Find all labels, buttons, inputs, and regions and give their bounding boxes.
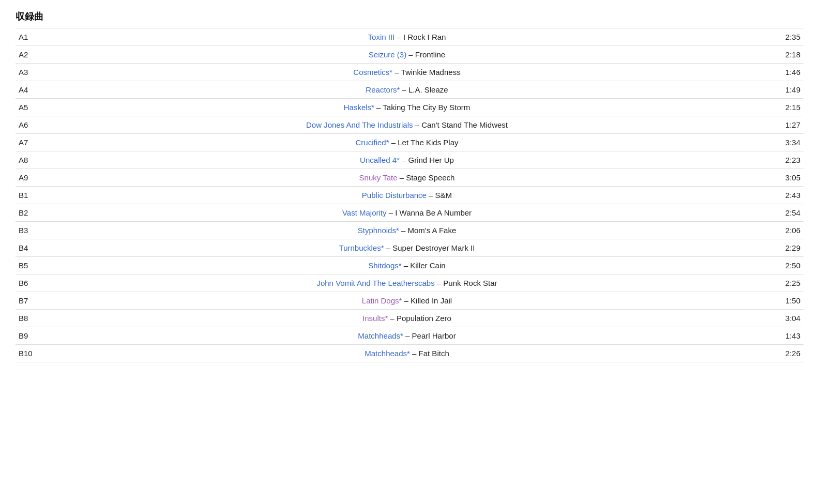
track-duration: 1:49 [772,81,803,99]
track-number: A2 [16,46,41,64]
track-number: A7 [16,134,41,151]
track-separator: – [398,173,406,182]
artist-name[interactable]: Matchheads* [358,331,403,340]
track-duration: 3:05 [772,169,803,187]
track-title: Grind Her Up [408,156,454,164]
artist-name[interactable]: Insults* [362,314,388,323]
track-number: A4 [16,81,41,99]
track-duration: 2:43 [772,187,803,204]
track-info: Cosmetics* – Twinkie Madness [41,64,772,81]
table-row: A4Reactors* – L.A. Sleaze1:49 [16,81,803,99]
track-duration: 1:46 [772,64,803,81]
track-title: Mom's A Fake [408,226,457,235]
track-separator: – [402,261,411,270]
track-separator: – [403,331,412,340]
table-row: B2Vast Majority – I Wanna Be A Number2:5… [16,204,803,222]
track-title: L.A. Sleaze [408,85,448,94]
track-title: Twinkie Madness [401,68,461,77]
track-info: Turnbuckles* – Super Destroyer Mark II [41,239,772,257]
artist-name[interactable]: Snuky Tate [359,173,398,182]
track-separator: – [413,120,421,129]
artist-name[interactable]: Uncalled 4* [360,156,400,164]
table-row: A5Haskels* – Taking The City By Storm2:1… [16,99,803,116]
table-row: B5Shitdogs* – Killer Cain2:50 [16,257,803,274]
artist-name[interactable]: Turnbuckles* [339,243,384,252]
track-separator: – [400,85,408,94]
track-info: Insults* – Population Zero [41,310,772,327]
track-duration: 2:35 [772,28,803,46]
table-row: B7Latin Dogs* – Killed In Jail1:50 [16,292,803,310]
track-info: Uncalled 4* – Grind Her Up [41,151,772,169]
track-title: Frontline [415,50,445,59]
track-separator: – [435,279,444,287]
track-info: Seizure (3) – Frontline [41,46,772,64]
track-title: Killer Cain [410,261,445,270]
track-number: B2 [16,204,41,222]
table-row: A2Seizure (3) – Frontline2:18 [16,46,803,64]
track-info: Reactors* – L.A. Sleaze [41,81,772,99]
track-separator: – [388,314,397,323]
track-duration: 2:26 [772,345,803,362]
artist-name[interactable]: Matchheads* [365,349,410,358]
tracklist-table: A1Toxin III – I Rock I Ran2:35A2Seizure … [16,28,803,362]
track-duration: 2:18 [772,46,803,64]
track-number: B3 [16,222,41,239]
track-separator: – [410,349,419,358]
artist-name[interactable]: Toxin III [368,33,395,41]
track-info: Shitdogs* – Killer Cain [41,257,772,274]
track-separator: – [374,103,383,112]
track-duration: 2:25 [772,274,803,292]
artist-name[interactable]: Latin Dogs* [362,296,402,305]
track-duration: 2:29 [772,239,803,257]
artist-name[interactable]: Vast Majority [342,208,387,217]
track-duration: 2:06 [772,222,803,239]
track-duration: 1:27 [772,116,803,134]
track-number: B7 [16,292,41,310]
track-title: Population Zero [397,314,451,323]
artist-name[interactable]: Public Disturbance [362,191,427,200]
track-title: Super Destroyer Mark II [392,243,475,252]
track-title: Killed In Jail [411,296,452,305]
track-duration: 2:23 [772,151,803,169]
track-duration: 1:50 [772,292,803,310]
track-number: A9 [16,169,41,187]
track-info: Haskels* – Taking The City By Storm [41,99,772,116]
artist-name[interactable]: Shitdogs* [368,261,401,270]
table-row: A3Cosmetics* – Twinkie Madness1:46 [16,64,803,81]
track-info: Styphnoids* – Mom's A Fake [41,222,772,239]
track-number: A3 [16,64,41,81]
table-row: A6Dow Jones And The Industrials – Can't … [16,116,803,134]
section-title: 収録曲 [16,10,803,23]
track-duration: 2:15 [772,99,803,116]
track-number: A1 [16,28,41,46]
track-number: B4 [16,239,41,257]
table-row: B3Styphnoids* – Mom's A Fake2:06 [16,222,803,239]
track-number: A6 [16,116,41,134]
track-info: Latin Dogs* – Killed In Jail [41,292,772,310]
track-title: Pearl Harbor [412,331,456,340]
artist-name[interactable]: John Vomit And The Leatherscabs [316,279,434,287]
artist-name[interactable]: Styphnoids* [358,226,399,235]
track-info: Toxin III – I Rock I Ran [41,28,772,46]
artist-name[interactable]: Seizure (3) [369,50,406,59]
track-info: John Vomit And The Leatherscabs – Punk R… [41,274,772,292]
track-number: B6 [16,274,41,292]
artist-name[interactable]: Dow Jones And The Industrials [306,120,413,129]
track-title: Fat Bitch [419,349,449,358]
track-separator: – [402,296,411,305]
table-row: B4Turnbuckles* – Super Destroyer Mark II… [16,239,803,257]
artist-name[interactable]: Crucified* [355,138,389,147]
track-separator: – [387,208,396,217]
artist-name[interactable]: Reactors* [366,85,400,94]
track-title: Let The Kids Play [398,138,458,147]
track-number: B5 [16,257,41,274]
table-row: B1Public Disturbance – S&M2:43 [16,187,803,204]
artist-name[interactable]: Cosmetics* [353,68,392,77]
track-info: Matchheads* – Fat Bitch [41,345,772,362]
track-separator: – [406,50,415,59]
track-title: Can't Stand The Midwest [421,120,508,129]
track-info: Dow Jones And The Industrials – Can't St… [41,116,772,134]
track-info: Snuky Tate – Stage Speech [41,169,772,187]
artist-name[interactable]: Haskels* [344,103,374,112]
track-number: A5 [16,99,41,116]
